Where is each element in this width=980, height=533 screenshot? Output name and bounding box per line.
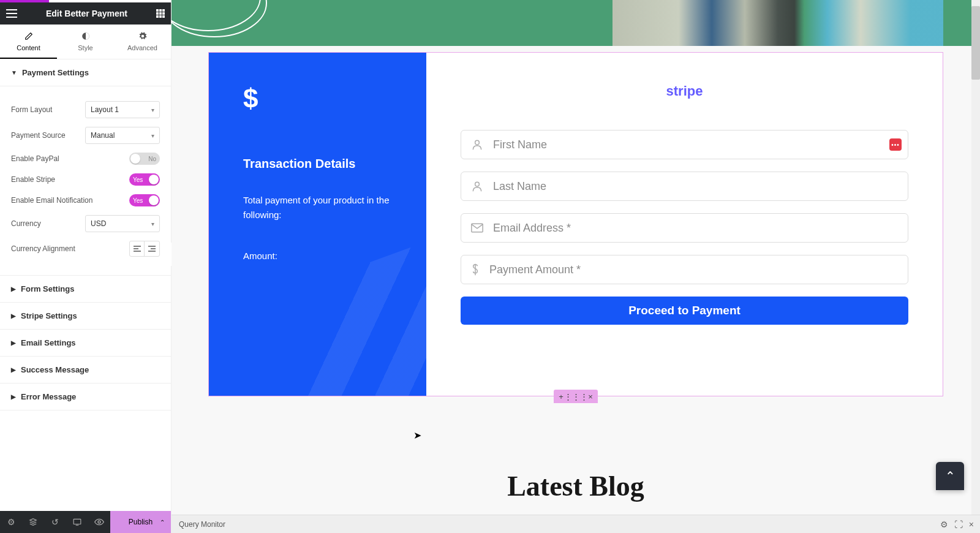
- email-field[interactable]: Email Address *: [461, 213, 908, 243]
- menu-icon[interactable]: [6, 9, 17, 18]
- stripe-logo: stripe: [461, 83, 908, 99]
- control-enable-stripe: Enable Stripe Yes: [11, 173, 160, 186]
- payment-form: stripe First Name ••• Last Name Email Ad…: [426, 53, 943, 396]
- password-manager-icon[interactable]: •••: [889, 138, 902, 151]
- control-form-layout: Form Layout Layout 1: [11, 101, 160, 118]
- section-title: Error Message: [21, 392, 76, 401]
- settings-icon[interactable]: ⚙: [0, 511, 22, 533]
- svg-point-10: [172, 0, 260, 31]
- bottom-bar: Query Monitor ⚙ ⛶ ×: [172, 515, 980, 533]
- amount-field[interactable]: Payment Amount *: [461, 255, 908, 284]
- alignment-buttons: [129, 241, 160, 257]
- tab-label: Advanced: [127, 44, 157, 51]
- email-notif-toggle[interactable]: Yes: [129, 194, 160, 206]
- hero-image: [612, 0, 943, 46]
- section-stripe-settings[interactable]: ▶Stripe Settings: [0, 303, 171, 330]
- gear-icon: [138, 32, 147, 40]
- transaction-title: Transaction Details: [243, 157, 392, 171]
- publish-button[interactable]: Publish ⌃: [110, 511, 171, 533]
- transaction-details-panel: $ Transaction Details Total payment of y…: [209, 53, 426, 396]
- tab-advanced[interactable]: Advanced: [114, 25, 171, 59]
- control-currency: Currency USD: [11, 215, 160, 232]
- control-currency-alignment: Currency Alignment: [11, 241, 160, 257]
- editor-tabs: Content Style Advanced: [0, 25, 171, 59]
- tab-style[interactable]: Style: [57, 25, 114, 59]
- section-title: Stripe Settings: [21, 311, 77, 320]
- preview-area: $ Transaction Details Total payment of y…: [172, 0, 980, 533]
- tab-label: Content: [17, 44, 40, 51]
- section-title: Form Settings: [21, 284, 74, 293]
- panel-body: ▼ Payment Settings Form Layout Layout 1 …: [0, 59, 171, 511]
- amount-label: Amount:: [243, 251, 392, 261]
- align-right-icon: [148, 246, 156, 252]
- edit-section-button[interactable]: ⋮⋮⋮: [568, 390, 583, 403]
- preview-icon[interactable]: [88, 511, 110, 533]
- payment-source-select[interactable]: Manual: [85, 127, 160, 144]
- svg-point-12: [475, 140, 480, 145]
- control-label: Currency: [11, 219, 41, 228]
- proceed-button[interactable]: Proceed to Payment: [461, 297, 908, 325]
- control-label: Enable Stripe: [11, 175, 55, 184]
- align-left-button[interactable]: [130, 241, 145, 256]
- align-right-button[interactable]: [145, 241, 159, 256]
- control-label: Currency Alignment: [11, 244, 75, 253]
- sidebar-header: Edit Better Payment: [0, 2, 171, 25]
- section-title: Email Settings: [21, 338, 76, 347]
- svg-point-11: [172, 0, 266, 37]
- pencil-icon: [24, 32, 33, 40]
- publish-label: Publish: [129, 518, 153, 526]
- control-label: Form Layout: [11, 105, 52, 114]
- payment-widget[interactable]: $ Transaction Details Total payment of y…: [208, 52, 943, 396]
- control-label: Enable Email Notification: [11, 196, 92, 205]
- section-email-settings[interactable]: ▶Email Settings: [0, 330, 171, 357]
- svg-rect-7: [74, 519, 81, 524]
- section-error-message[interactable]: ▶Error Message: [0, 384, 171, 410]
- chevron-right-icon: ▶: [11, 285, 16, 292]
- tab-content[interactable]: Content: [0, 25, 57, 59]
- delete-section-button[interactable]: ×: [583, 390, 598, 403]
- control-payment-source: Payment Source Manual: [11, 127, 160, 144]
- widgets-icon[interactable]: [156, 9, 165, 18]
- chevron-down-icon: ▼: [11, 69, 17, 76]
- control-enable-email: Enable Email Notification Yes: [11, 194, 160, 206]
- chevron-right-icon: ▶: [11, 366, 16, 373]
- stripe-toggle[interactable]: Yes: [129, 173, 160, 186]
- section-form-settings[interactable]: ▶Form Settings: [0, 276, 171, 303]
- editor-sidebar: Edit Better Payment Content Style Advanc…: [0, 0, 172, 533]
- chevron-up-icon: ⌃: [160, 519, 165, 526]
- field-placeholder: Last Name: [493, 180, 546, 193]
- widget-toolbar: + ⋮⋮⋮ ×: [554, 390, 598, 403]
- currency-select[interactable]: USD: [85, 215, 160, 232]
- first-name-field[interactable]: First Name •••: [461, 130, 908, 159]
- align-left-icon: [134, 246, 141, 252]
- user-icon: [471, 138, 483, 151]
- scroll-thumb[interactable]: [971, 6, 980, 80]
- bottom-bar-right: ⚙ ⛶ ×: [940, 520, 974, 529]
- section-payment-settings[interactable]: ▼ Payment Settings: [0, 59, 171, 86]
- expand-icon[interactable]: ⛶: [954, 520, 963, 529]
- style-icon: [81, 32, 90, 40]
- close-icon[interactable]: ×: [969, 520, 974, 529]
- form-layout-select[interactable]: Layout 1: [85, 101, 160, 118]
- scrollbar[interactable]: [971, 0, 980, 515]
- mail-icon: [471, 223, 483, 233]
- dollar-icon: [471, 263, 480, 276]
- panel-title: Edit Better Payment: [46, 9, 127, 18]
- chevron-right-icon: ▶: [11, 312, 16, 319]
- responsive-icon[interactable]: [66, 511, 88, 533]
- section-title: Payment Settings: [22, 68, 89, 77]
- paypal-toggle[interactable]: No: [129, 153, 160, 165]
- section-success-message[interactable]: ▶Success Message: [0, 357, 171, 384]
- scroll-to-top-button[interactable]: ⌃: [936, 462, 964, 490]
- last-name-field[interactable]: Last Name: [461, 172, 908, 201]
- tab-label: Style: [78, 44, 92, 51]
- mouse-cursor: ➤: [413, 429, 421, 441]
- navigator-icon[interactable]: [22, 511, 44, 533]
- latest-blog-heading: Latest Blog: [172, 470, 980, 502]
- query-monitor-label[interactable]: Query Monitor: [179, 520, 225, 529]
- svg-point-9: [98, 521, 100, 523]
- history-icon[interactable]: ↺: [44, 511, 66, 533]
- section-title: Success Message: [21, 365, 89, 374]
- transaction-description: Total payment of your product in the fol…: [243, 193, 392, 222]
- settings-icon[interactable]: ⚙: [940, 520, 948, 529]
